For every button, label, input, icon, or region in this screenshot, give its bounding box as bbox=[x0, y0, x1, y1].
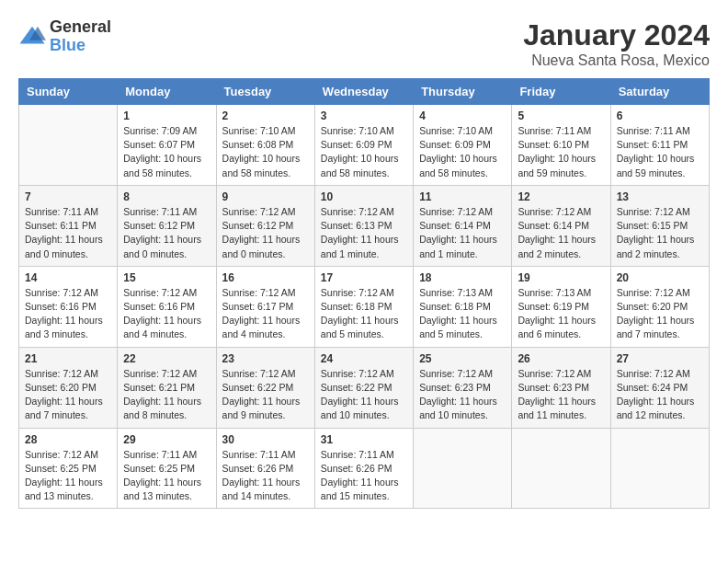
day-info: Sunrise: 7:12 AM Sunset: 6:21 PM Dayligh… bbox=[123, 367, 210, 423]
page-header: General Blue January 2024 Nueva Santa Ro… bbox=[18, 18, 710, 69]
calendar-cell: 28Sunrise: 7:12 AM Sunset: 6:25 PM Dayli… bbox=[19, 428, 118, 509]
day-info: Sunrise: 7:10 AM Sunset: 6:08 PM Dayligh… bbox=[222, 124, 309, 180]
calendar-cell: 11Sunrise: 7:12 AM Sunset: 6:14 PM Dayli… bbox=[414, 185, 512, 266]
day-info: Sunrise: 7:12 AM Sunset: 6:23 PM Dayligh… bbox=[518, 367, 604, 423]
calendar-cell: 23Sunrise: 7:12 AM Sunset: 6:22 PM Dayli… bbox=[216, 347, 314, 428]
day-number: 13 bbox=[617, 190, 703, 203]
day-number: 21 bbox=[25, 352, 111, 365]
calendar-cell: 20Sunrise: 7:12 AM Sunset: 6:20 PM Dayli… bbox=[610, 266, 709, 347]
calendar-header-row: SundayMondayTuesdayWednesdayThursdayFrid… bbox=[19, 79, 710, 105]
calendar-week-row: 14Sunrise: 7:12 AM Sunset: 6:16 PM Dayli… bbox=[19, 266, 710, 347]
day-number: 8 bbox=[123, 190, 210, 203]
day-number: 2 bbox=[222, 109, 309, 122]
day-number: 20 bbox=[617, 271, 703, 284]
calendar-cell: 12Sunrise: 7:12 AM Sunset: 6:14 PM Dayli… bbox=[512, 185, 610, 266]
weekday-header: Tuesday bbox=[216, 79, 314, 105]
location-subtitle: Nueva Santa Rosa, Mexico bbox=[523, 52, 710, 69]
day-info: Sunrise: 7:11 AM Sunset: 6:25 PM Dayligh… bbox=[123, 448, 210, 504]
weekday-header: Sunday bbox=[19, 79, 118, 105]
day-info: Sunrise: 7:11 AM Sunset: 6:26 PM Dayligh… bbox=[222, 448, 309, 504]
calendar-cell: 16Sunrise: 7:12 AM Sunset: 6:17 PM Dayli… bbox=[216, 266, 314, 347]
calendar-cell: 30Sunrise: 7:11 AM Sunset: 6:26 PM Dayli… bbox=[216, 428, 314, 509]
day-number: 15 bbox=[123, 271, 210, 284]
day-info: Sunrise: 7:11 AM Sunset: 6:11 PM Dayligh… bbox=[25, 205, 111, 261]
day-info: Sunrise: 7:11 AM Sunset: 6:10 PM Dayligh… bbox=[518, 124, 604, 180]
day-info: Sunrise: 7:13 AM Sunset: 6:18 PM Dayligh… bbox=[419, 286, 506, 342]
day-info: Sunrise: 7:12 AM Sunset: 6:22 PM Dayligh… bbox=[222, 367, 309, 423]
calendar-cell: 14Sunrise: 7:12 AM Sunset: 6:16 PM Dayli… bbox=[19, 266, 118, 347]
day-info: Sunrise: 7:12 AM Sunset: 6:14 PM Dayligh… bbox=[518, 205, 604, 261]
weekday-header: Saturday bbox=[610, 79, 709, 105]
calendar-cell: 29Sunrise: 7:11 AM Sunset: 6:25 PM Dayli… bbox=[118, 428, 216, 509]
calendar-cell: 17Sunrise: 7:12 AM Sunset: 6:18 PM Dayli… bbox=[314, 266, 413, 347]
day-info: Sunrise: 7:12 AM Sunset: 6:23 PM Dayligh… bbox=[419, 367, 506, 423]
calendar-cell bbox=[19, 105, 118, 186]
day-info: Sunrise: 7:12 AM Sunset: 6:14 PM Dayligh… bbox=[419, 205, 506, 261]
day-number: 18 bbox=[419, 271, 506, 284]
day-info: Sunrise: 7:12 AM Sunset: 6:13 PM Dayligh… bbox=[321, 205, 407, 261]
day-number: 3 bbox=[321, 109, 407, 122]
day-number: 11 bbox=[419, 190, 506, 203]
calendar-cell: 24Sunrise: 7:12 AM Sunset: 6:22 PM Dayli… bbox=[314, 347, 413, 428]
day-number: 14 bbox=[25, 271, 111, 284]
day-number: 12 bbox=[518, 190, 604, 203]
calendar-cell: 22Sunrise: 7:12 AM Sunset: 6:21 PM Dayli… bbox=[118, 347, 216, 428]
calendar-cell: 7Sunrise: 7:11 AM Sunset: 6:11 PM Daylig… bbox=[19, 185, 118, 266]
day-number: 30 bbox=[222, 433, 309, 446]
calendar-cell: 3Sunrise: 7:10 AM Sunset: 6:09 PM Daylig… bbox=[314, 105, 413, 186]
calendar-week-row: 21Sunrise: 7:12 AM Sunset: 6:20 PM Dayli… bbox=[19, 347, 710, 428]
calendar-week-row: 1Sunrise: 7:09 AM Sunset: 6:07 PM Daylig… bbox=[19, 105, 710, 186]
day-number: 24 bbox=[321, 352, 407, 365]
logo-general-text: General bbox=[50, 18, 111, 37]
calendar-cell: 18Sunrise: 7:13 AM Sunset: 6:18 PM Dayli… bbox=[414, 266, 512, 347]
day-info: Sunrise: 7:11 AM Sunset: 6:12 PM Dayligh… bbox=[123, 205, 210, 261]
logo-blue-text: Blue bbox=[50, 37, 111, 55]
day-info: Sunrise: 7:10 AM Sunset: 6:09 PM Dayligh… bbox=[419, 124, 506, 180]
day-number: 9 bbox=[222, 190, 309, 203]
calendar-cell: 27Sunrise: 7:12 AM Sunset: 6:24 PM Dayli… bbox=[610, 347, 709, 428]
day-info: Sunrise: 7:12 AM Sunset: 6:17 PM Dayligh… bbox=[222, 286, 309, 342]
calendar-cell: 8Sunrise: 7:11 AM Sunset: 6:12 PM Daylig… bbox=[118, 185, 216, 266]
day-info: Sunrise: 7:11 AM Sunset: 6:11 PM Dayligh… bbox=[617, 124, 703, 180]
day-number: 27 bbox=[617, 352, 703, 365]
calendar-week-row: 7Sunrise: 7:11 AM Sunset: 6:11 PM Daylig… bbox=[19, 185, 710, 266]
calendar-cell: 19Sunrise: 7:13 AM Sunset: 6:19 PM Dayli… bbox=[512, 266, 610, 347]
day-number: 22 bbox=[123, 352, 210, 365]
day-number: 4 bbox=[419, 109, 506, 122]
day-info: Sunrise: 7:12 AM Sunset: 6:12 PM Dayligh… bbox=[222, 205, 309, 261]
day-info: Sunrise: 7:12 AM Sunset: 6:15 PM Dayligh… bbox=[617, 205, 703, 261]
day-number: 17 bbox=[321, 271, 407, 284]
title-block: January 2024 Nueva Santa Rosa, Mexico bbox=[523, 18, 710, 69]
day-number: 26 bbox=[518, 352, 604, 365]
calendar-cell: 4Sunrise: 7:10 AM Sunset: 6:09 PM Daylig… bbox=[414, 105, 512, 186]
day-number: 16 bbox=[222, 271, 309, 284]
month-title: January 2024 bbox=[523, 18, 710, 52]
calendar-cell: 5Sunrise: 7:11 AM Sunset: 6:10 PM Daylig… bbox=[512, 105, 610, 186]
calendar-cell: 6Sunrise: 7:11 AM Sunset: 6:11 PM Daylig… bbox=[610, 105, 709, 186]
day-info: Sunrise: 7:12 AM Sunset: 6:25 PM Dayligh… bbox=[25, 448, 111, 504]
calendar-cell: 31Sunrise: 7:11 AM Sunset: 6:26 PM Dayli… bbox=[314, 428, 413, 509]
weekday-header: Thursday bbox=[414, 79, 512, 105]
weekday-header: Monday bbox=[118, 79, 216, 105]
day-number: 5 bbox=[518, 109, 604, 122]
day-number: 31 bbox=[321, 433, 407, 446]
day-info: Sunrise: 7:12 AM Sunset: 6:20 PM Dayligh… bbox=[617, 286, 703, 342]
logo-icon bbox=[18, 23, 46, 51]
day-info: Sunrise: 7:12 AM Sunset: 6:16 PM Dayligh… bbox=[123, 286, 210, 342]
day-number: 23 bbox=[222, 352, 309, 365]
day-info: Sunrise: 7:11 AM Sunset: 6:26 PM Dayligh… bbox=[321, 448, 407, 504]
day-number: 19 bbox=[518, 271, 604, 284]
calendar-cell: 26Sunrise: 7:12 AM Sunset: 6:23 PM Dayli… bbox=[512, 347, 610, 428]
calendar-cell: 15Sunrise: 7:12 AM Sunset: 6:16 PM Dayli… bbox=[118, 266, 216, 347]
day-info: Sunrise: 7:12 AM Sunset: 6:20 PM Dayligh… bbox=[25, 367, 111, 423]
day-info: Sunrise: 7:13 AM Sunset: 6:19 PM Dayligh… bbox=[518, 286, 604, 342]
calendar-table: SundayMondayTuesdayWednesdayThursdayFrid… bbox=[18, 78, 710, 509]
day-number: 29 bbox=[123, 433, 210, 446]
day-number: 7 bbox=[25, 190, 111, 203]
day-number: 6 bbox=[617, 109, 703, 122]
calendar-cell bbox=[610, 428, 709, 509]
calendar-cell bbox=[414, 428, 512, 509]
day-number: 10 bbox=[321, 190, 407, 203]
day-number: 28 bbox=[25, 433, 111, 446]
calendar-cell: 10Sunrise: 7:12 AM Sunset: 6:13 PM Dayli… bbox=[314, 185, 413, 266]
